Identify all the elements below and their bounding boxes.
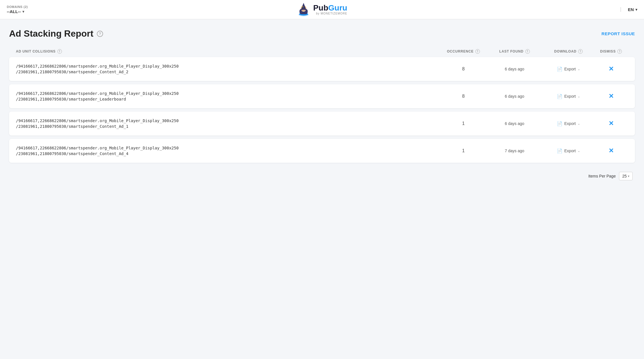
- dismiss-button[interactable]: ✕: [609, 120, 614, 127]
- col-download: DOWNLOAD ?: [543, 49, 594, 54]
- dismiss-button[interactable]: ✕: [609, 148, 614, 154]
- last-found-cell: 6 days ago: [486, 94, 543, 99]
- table-footer: Items Per Page 25 ▾: [9, 166, 635, 183]
- ad-unit-line1: /94166617,22668622806/smartspender.org_M…: [16, 146, 441, 150]
- items-per-page-select[interactable]: 25 ▾: [619, 172, 633, 180]
- items-per-page-chevron-icon: ▾: [628, 174, 630, 178]
- language-selector[interactable]: EN ▾: [620, 7, 637, 12]
- col-dismiss: DISMISS ?: [594, 49, 628, 54]
- top-navigation: DOMAINS (2) --ALL-- ▾ ★ P: [0, 0, 644, 19]
- last-found-cell: 6 days ago: [486, 67, 543, 71]
- export-button[interactable]: 📄 Export ⌄: [555, 65, 582, 73]
- dismiss-cell: ✕: [594, 66, 628, 72]
- logo-area: ★ PubGuru by MONETIZEMORE: [297, 2, 347, 17]
- domains-selector[interactable]: DOMAINS (2) --ALL-- ▾: [7, 5, 28, 14]
- dismiss-button[interactable]: ✕: [609, 66, 614, 72]
- dismiss-button[interactable]: ✕: [609, 93, 614, 99]
- last-found-help-icon[interactable]: ?: [525, 49, 530, 54]
- svg-point-4: [304, 7, 305, 8]
- logo-byline: by MONETIZEMORE: [313, 12, 347, 15]
- export-button[interactable]: 📄 Export ⌄: [555, 120, 582, 128]
- ad-unit-cell: /94166617,22668622806/smartspender.org_M…: [16, 91, 441, 101]
- export-button[interactable]: 📄 Export ⌄: [555, 93, 582, 100]
- dismiss-cell: ✕: [594, 93, 628, 99]
- occurrence-cell: 1: [441, 148, 486, 153]
- download-cell: 📄 Export ⌄: [543, 120, 594, 128]
- table-row: /94166617,22668622806/smartspender.org_M…: [9, 112, 635, 135]
- table-rows-container: /94166617,22668622806/smartspender.org_M…: [9, 57, 635, 163]
- col-ad-unit-collisions: AD UNIT COLLISIONS ?: [16, 49, 441, 54]
- occurrence-cell: 8: [441, 94, 486, 99]
- report-issue-button[interactable]: REPORT ISSUE: [601, 31, 635, 36]
- dismiss-help-icon[interactable]: ?: [617, 49, 622, 54]
- table-row: /94166617,22668622806/smartspender.org_M…: [9, 84, 635, 108]
- occurrence-help-icon[interactable]: ?: [475, 49, 480, 54]
- page-title-help-icon[interactable]: ?: [97, 31, 103, 37]
- ad-unit-help-icon[interactable]: ?: [57, 49, 62, 54]
- table-row: /94166617,22668622806/smartspender.org_M…: [9, 57, 635, 81]
- ad-unit-line2: /23081961,21800795030/smartspender_Conte…: [16, 70, 441, 74]
- ad-unit-cell: /94166617,22668622806/smartspender.org_M…: [16, 64, 441, 74]
- col-last-found: LAST FOUND ?: [486, 49, 543, 54]
- export-label: Export: [564, 94, 576, 99]
- table-row: /94166617,22668622806/smartspender.org_M…: [9, 139, 635, 163]
- export-label: Export: [564, 149, 576, 153]
- export-chevron-icon: ⌄: [578, 67, 580, 71]
- export-chevron-icon: ⌄: [578, 122, 580, 126]
- download-cell: 📄 Export ⌄: [543, 93, 594, 100]
- last-found-cell: 7 days ago: [486, 149, 543, 153]
- export-file-icon: 📄: [557, 148, 563, 154]
- domains-value: --ALL--: [7, 9, 21, 14]
- col-occurrence: OCCURRENCE ?: [441, 49, 486, 54]
- export-label: Export: [564, 67, 576, 71]
- export-chevron-icon: ⌄: [578, 149, 580, 153]
- download-cell: 📄 Export ⌄: [543, 147, 594, 155]
- export-file-icon: 📄: [557, 121, 563, 126]
- table-header: AD UNIT COLLISIONS ? OCCURRENCE ? LAST F…: [9, 49, 635, 57]
- domains-chevron-icon: ▾: [22, 10, 24, 14]
- logo-guru: Guru: [328, 4, 347, 12]
- items-per-page-value: 25: [622, 174, 627, 178]
- ad-unit-line2: /23081961,21800795030/smartspender_Conte…: [16, 124, 441, 129]
- domains-label: DOMAINS (2): [7, 5, 28, 9]
- language-value: EN: [628, 7, 634, 12]
- ad-unit-cell: /94166617,22668622806/smartspender.org_M…: [16, 118, 441, 129]
- export-button[interactable]: 📄 Export ⌄: [555, 147, 582, 155]
- svg-text:★: ★: [302, 6, 304, 8]
- logo-pub: Pub: [313, 4, 328, 12]
- ad-unit-line1: /94166617,22668622806/smartspender.org_M…: [16, 91, 441, 96]
- export-chevron-icon: ⌄: [578, 95, 580, 98]
- export-file-icon: 📄: [557, 66, 563, 72]
- dismiss-cell: ✕: [594, 120, 628, 127]
- export-file-icon: 📄: [557, 94, 563, 99]
- page-title: Ad Stacking Report: [9, 28, 93, 39]
- occurrence-cell: 8: [441, 66, 486, 72]
- dismiss-cell: ✕: [594, 148, 628, 154]
- download-cell: 📄 Export ⌄: [543, 65, 594, 73]
- ad-unit-cell: /94166617,22668622806/smartspender.org_M…: [16, 146, 441, 156]
- language-chevron-icon: ▾: [635, 8, 637, 12]
- items-per-page-label: Items Per Page: [588, 174, 616, 178]
- download-help-icon[interactable]: ?: [578, 49, 583, 54]
- pubguru-logo-icon: ★: [297, 2, 310, 17]
- page-header: Ad Stacking Report ? REPORT ISSUE: [9, 28, 635, 39]
- occurrence-cell: 1: [441, 121, 486, 126]
- ad-unit-line2: /23081961,21800795030/smartspender_Leade…: [16, 97, 441, 101]
- domains-dropdown[interactable]: --ALL-- ▾: [7, 9, 24, 14]
- ad-unit-line2: /23081961,21800795030/smartspender_Conte…: [16, 151, 441, 156]
- ad-unit-line1: /94166617,22668622806/smartspender.org_M…: [16, 64, 441, 68]
- last-found-cell: 6 days ago: [486, 121, 543, 126]
- page-title-group: Ad Stacking Report ?: [9, 28, 103, 39]
- export-label: Export: [564, 121, 576, 126]
- ad-unit-line1: /94166617,22668622806/smartspender.org_M…: [16, 118, 441, 123]
- logo-text: PubGuru by MONETIZEMORE: [313, 4, 347, 15]
